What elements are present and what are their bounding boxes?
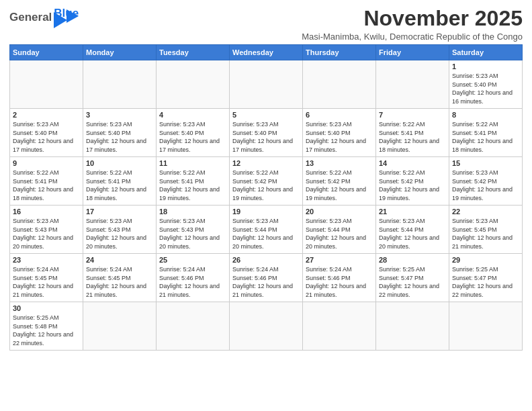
calendar-cell: 18Sunrise: 5:23 AMSunset: 5:43 PMDayligh…	[157, 205, 230, 254]
day-number: 5	[232, 111, 300, 119]
calendar-cell: 30Sunrise: 5:25 AMSunset: 5:48 PMDayligh…	[10, 302, 83, 350]
logo-area: General Blue	[9, 7, 80, 28]
calendar-cell: 20Sunrise: 5:23 AMSunset: 5:44 PMDayligh…	[303, 205, 376, 254]
day-info: Sunrise: 5:23 AMSunset: 5:44 PMDaylight:…	[306, 217, 373, 250]
calendar-cell	[303, 60, 376, 109]
day-info: Sunrise: 5:24 AMSunset: 5:45 PMDaylight:…	[86, 265, 153, 299]
calendar-cell: 14Sunrise: 5:22 AMSunset: 5:42 PMDayligh…	[376, 157, 449, 205]
weekday-header-thursday: Thursday	[303, 45, 376, 60]
day-number: 9	[13, 159, 80, 167]
calendar-cell: 19Sunrise: 5:23 AMSunset: 5:44 PMDayligh…	[230, 205, 303, 254]
calendar-cell: 29Sunrise: 5:25 AMSunset: 5:47 PMDayligh…	[449, 254, 523, 302]
day-info: Sunrise: 5:24 AMSunset: 5:46 PMDaylight:…	[306, 265, 373, 299]
day-info: Sunrise: 5:23 AMSunset: 5:40 PMDaylight:…	[452, 72, 519, 105]
day-number: 3	[86, 111, 153, 119]
day-info: Sunrise: 5:22 AMSunset: 5:42 PMDaylight:…	[232, 169, 300, 202]
day-info: Sunrise: 5:23 AMSunset: 5:42 PMDaylight:…	[452, 169, 519, 202]
day-info: Sunrise: 5:22 AMSunset: 5:42 PMDaylight:…	[306, 169, 373, 202]
logo-icon	[64, 8, 80, 24]
day-info: Sunrise: 5:24 AMSunset: 5:46 PMDaylight:…	[159, 265, 226, 299]
day-number: 13	[306, 159, 373, 167]
calendar-cell	[83, 60, 157, 109]
month-title: November 2025	[302, 7, 523, 30]
calendar-cell	[157, 302, 230, 350]
day-info: Sunrise: 5:23 AMSunset: 5:45 PMDaylight:…	[452, 217, 519, 250]
calendar-cell: 11Sunrise: 5:22 AMSunset: 5:41 PMDayligh…	[157, 157, 230, 205]
day-number: 30	[13, 304, 80, 312]
day-info: Sunrise: 5:22 AMSunset: 5:41 PMDaylight:…	[159, 169, 226, 202]
calendar-week-3: 9Sunrise: 5:22 AMSunset: 5:41 PMDaylight…	[10, 157, 523, 205]
day-info: Sunrise: 5:23 AMSunset: 5:40 PMDaylight:…	[232, 120, 300, 154]
day-info: Sunrise: 5:22 AMSunset: 5:41 PMDaylight:…	[452, 120, 519, 154]
calendar-cell	[83, 302, 157, 350]
day-number: 26	[232, 256, 300, 264]
day-info: Sunrise: 5:23 AMSunset: 5:44 PMDaylight:…	[379, 217, 446, 250]
day-number: 4	[159, 111, 226, 119]
day-info: Sunrise: 5:22 AMSunset: 5:41 PMDaylight:…	[379, 120, 446, 154]
calendar-table: SundayMondayTuesdayWednesdayThursdayFrid…	[9, 44, 523, 350]
day-number: 28	[379, 256, 446, 264]
calendar-cell: 12Sunrise: 5:22 AMSunset: 5:42 PMDayligh…	[230, 157, 303, 205]
day-number: 27	[306, 256, 373, 264]
calendar-week-5: 23Sunrise: 5:24 AMSunset: 5:45 PMDayligh…	[10, 254, 523, 302]
day-number: 17	[86, 208, 153, 216]
calendar-cell: 17Sunrise: 5:23 AMSunset: 5:43 PMDayligh…	[83, 205, 157, 254]
day-info: Sunrise: 5:25 AMSunset: 5:47 PMDaylight:…	[379, 265, 446, 299]
calendar-cell: 3Sunrise: 5:23 AMSunset: 5:40 PMDaylight…	[83, 109, 157, 157]
calendar-cell	[376, 302, 449, 350]
day-info: Sunrise: 5:25 AMSunset: 5:47 PMDaylight:…	[452, 265, 519, 299]
subtitle: Masi-Manimba, Kwilu, Democratic Republic…	[302, 32, 523, 42]
calendar-cell: 8Sunrise: 5:22 AMSunset: 5:41 PMDaylight…	[449, 109, 523, 157]
day-info: Sunrise: 5:23 AMSunset: 5:44 PMDaylight:…	[232, 217, 300, 250]
day-number: 2	[13, 111, 80, 119]
day-info: Sunrise: 5:22 AMSunset: 5:41 PMDaylight:…	[86, 169, 153, 202]
weekday-header-friday: Friday	[376, 45, 449, 60]
svg-marker-0	[66, 9, 79, 23]
calendar-cell: 27Sunrise: 5:24 AMSunset: 5:46 PMDayligh…	[303, 254, 376, 302]
calendar-cell: 16Sunrise: 5:23 AMSunset: 5:43 PMDayligh…	[10, 205, 83, 254]
calendar-week-6: 30Sunrise: 5:25 AMSunset: 5:48 PMDayligh…	[10, 302, 523, 350]
calendar-week-4: 16Sunrise: 5:23 AMSunset: 5:43 PMDayligh…	[10, 205, 523, 254]
day-number: 21	[379, 208, 446, 216]
calendar-cell: 22Sunrise: 5:23 AMSunset: 5:45 PMDayligh…	[449, 205, 523, 254]
calendar-cell	[376, 60, 449, 109]
day-info: Sunrise: 5:22 AMSunset: 5:41 PMDaylight:…	[13, 169, 80, 202]
day-number: 16	[13, 208, 80, 216]
day-number: 6	[306, 111, 373, 119]
logo-general: General	[9, 11, 52, 24]
calendar-cell	[303, 302, 376, 350]
day-number: 1	[452, 62, 519, 71]
title-area: November 2025 Masi-Manimba, Kwilu, Democ…	[302, 7, 523, 42]
calendar-cell	[157, 60, 230, 109]
day-number: 10	[86, 159, 153, 167]
calendar-cell	[230, 302, 303, 350]
day-info: Sunrise: 5:23 AMSunset: 5:43 PMDaylight:…	[86, 217, 153, 250]
calendar-cell: 25Sunrise: 5:24 AMSunset: 5:46 PMDayligh…	[157, 254, 230, 302]
calendar-cell: 6Sunrise: 5:23 AMSunset: 5:40 PMDaylight…	[303, 109, 376, 157]
calendar-cell: 13Sunrise: 5:22 AMSunset: 5:42 PMDayligh…	[303, 157, 376, 205]
weekday-header-saturday: Saturday	[449, 45, 523, 60]
day-number: 19	[232, 208, 300, 216]
calendar-cell: 1Sunrise: 5:23 AMSunset: 5:40 PMDaylight…	[449, 60, 523, 109]
calendar-cell: 7Sunrise: 5:22 AMSunset: 5:41 PMDaylight…	[376, 109, 449, 157]
day-info: Sunrise: 5:23 AMSunset: 5:43 PMDaylight:…	[13, 217, 80, 250]
calendar-header-row: SundayMondayTuesdayWednesdayThursdayFrid…	[10, 45, 523, 60]
header: General Blue November 2025 Masi-Manimba,…	[9, 7, 523, 42]
calendar-cell: 2Sunrise: 5:23 AMSunset: 5:40 PMDaylight…	[10, 109, 83, 157]
day-info: Sunrise: 5:22 AMSunset: 5:42 PMDaylight:…	[379, 169, 446, 202]
weekday-header-tuesday: Tuesday	[157, 45, 230, 60]
calendar-cell: 5Sunrise: 5:23 AMSunset: 5:40 PMDaylight…	[230, 109, 303, 157]
day-number: 12	[232, 159, 300, 167]
calendar-week-2: 2Sunrise: 5:23 AMSunset: 5:40 PMDaylight…	[10, 109, 523, 157]
day-number: 8	[452, 111, 519, 119]
calendar-cell	[230, 60, 303, 109]
day-number: 14	[379, 159, 446, 167]
day-number: 18	[159, 208, 226, 216]
day-number: 23	[13, 256, 80, 264]
calendar-cell: 28Sunrise: 5:25 AMSunset: 5:47 PMDayligh…	[376, 254, 449, 302]
weekday-header-wednesday: Wednesday	[230, 45, 303, 60]
calendar-cell	[10, 60, 83, 109]
calendar-week-1: 1Sunrise: 5:23 AMSunset: 5:40 PMDaylight…	[10, 60, 523, 109]
day-info: Sunrise: 5:23 AMSunset: 5:43 PMDaylight:…	[159, 217, 226, 250]
calendar-cell: 4Sunrise: 5:23 AMSunset: 5:40 PMDaylight…	[157, 109, 230, 157]
